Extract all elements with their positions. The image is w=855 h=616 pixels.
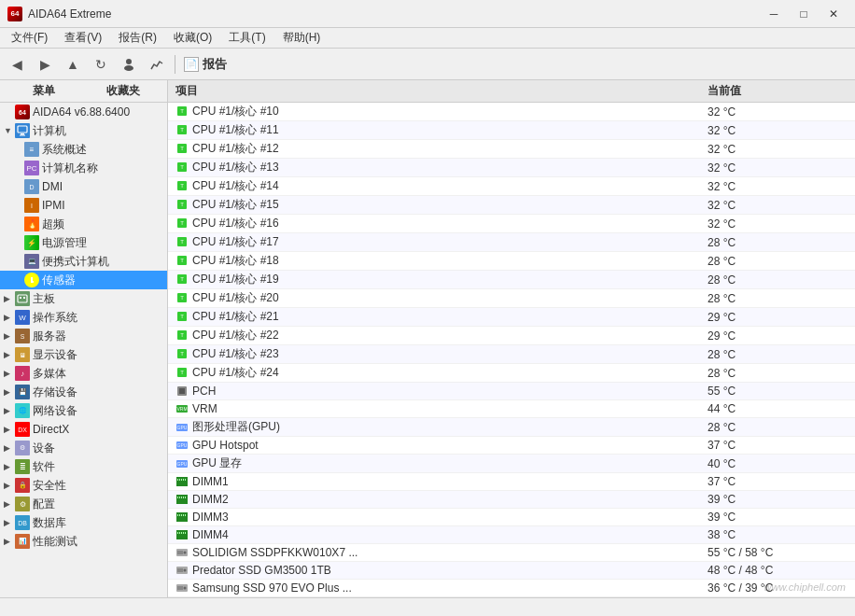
svg-rect-58: [183, 497, 184, 498]
table-row[interactable]: Predator SSD GM3500 1TB48 °C / 48 °C: [168, 562, 855, 580]
user-button[interactable]: [116, 51, 142, 77]
sidebar-item-device[interactable]: ▶ ⚙ 设备: [0, 439, 167, 457]
sidebar-item-display[interactable]: ▶ 🖥 显示设备: [0, 345, 167, 364]
sidebar-item-media[interactable]: ▶ ♪ 多媒体: [0, 364, 167, 383]
table-row[interactable]: TCPU #1/核心 #1432 °C: [168, 177, 855, 196]
back-button[interactable]: ◀: [4, 51, 30, 77]
sidebar-item-sysoverview[interactable]: ≡ 系统概述: [0, 140, 167, 159]
ipmi-icon: I: [24, 198, 39, 213]
table-row[interactable]: TCPU #1/核心 #1032 °C: [168, 103, 855, 121]
refresh-button[interactable]: ↻: [88, 51, 114, 77]
menu-item-查看(V)[interactable]: 查看(V): [57, 28, 109, 48]
chart-button[interactable]: [144, 51, 170, 77]
table-row[interactable]: TCPU #1/核心 #1828 °C: [168, 252, 855, 271]
table-row[interactable]: TCPU #1/核心 #2428 °C: [168, 364, 855, 383]
table-row[interactable]: TCPU #1/核心 #2129 °C: [168, 308, 855, 327]
table-row[interactable]: TCPU #1/核心 #1928 °C: [168, 271, 855, 289]
sidebar-item-computer[interactable]: ▼ 计算机: [0, 121, 167, 140]
table-row[interactable]: SOLIDIGM SSDPFKKW010X7 ...55 °C / 58 °C: [168, 544, 855, 562]
row-name: CPU #1/核心 #22: [192, 328, 708, 343]
temp-icon: T: [175, 236, 189, 249]
table-row[interactable]: TCPU #1/核心 #2328 °C: [168, 345, 855, 364]
name-icon: PC: [24, 161, 39, 175]
sidebar-item-server[interactable]: ▶ S 服务器: [0, 327, 167, 345]
gpu-icon: GPU: [175, 439, 189, 452]
up-button[interactable]: ▲: [60, 51, 86, 77]
table-row[interactable]: TCPU #1/核心 #1332 °C: [168, 159, 855, 177]
table-row[interactable]: GPUGPU Hotspot37 °C: [168, 437, 855, 455]
table-row[interactable]: GPU图形处理器(GPU)28 °C: [168, 418, 855, 437]
table-row[interactable]: DIMM137 °C: [168, 473, 855, 491]
row-name: Predator SSD GM3500 1TB: [192, 564, 708, 577]
sidebar-item-oc[interactable]: 🔥 超频: [0, 215, 167, 233]
table-row[interactable]: Samsung SSD 970 EVO Plus ...36 °C / 39 °…: [168, 580, 855, 597]
gpu-icon: GPU: [175, 457, 189, 470]
menu-item-收藏(O)[interactable]: 收藏(O): [166, 28, 219, 48]
table-row[interactable]: DIMM339 °C: [168, 509, 855, 526]
menu-item-报告(R)[interactable]: 报告(R): [111, 28, 164, 48]
directx-icon: DX: [15, 422, 30, 437]
sidebar-item-label: 主板: [33, 291, 55, 307]
row-value: 44 °C: [708, 402, 848, 415]
sidebar-item-directx[interactable]: ▶ DX DirectX: [0, 420, 167, 439]
menu-item-工具(T)[interactable]: 工具(T): [221, 28, 273, 48]
table-row[interactable]: TCPU #1/核心 #1532 °C: [168, 196, 855, 215]
sidebar-item-config[interactable]: ▶ ⚙ 配置: [0, 495, 167, 513]
table-row[interactable]: PCH55 °C: [168, 383, 855, 400]
minimize-button[interactable]: ─: [760, 5, 788, 23]
sidebar-item-perf[interactable]: ▶ 📊 性能测试: [0, 532, 167, 551]
svg-rect-60: [176, 512, 188, 522]
sidebar-item-portable[interactable]: 💻 便携式计算机: [0, 252, 167, 271]
svg-rect-73: [177, 551, 183, 554]
svg-rect-57: [181, 497, 182, 498]
svg-rect-6: [20, 297, 21, 299]
sidebar-item-security[interactable]: ▶ 🔒 安全性: [0, 476, 167, 495]
sidebar-item-storage[interactable]: ▶ 💾 存储设备: [0, 383, 167, 401]
sidebar-item-dmi[interactable]: D DMI: [0, 177, 167, 196]
maximize-button[interactable]: □: [790, 5, 818, 23]
row-value: 40 °C: [708, 457, 848, 470]
table-row[interactable]: VRMVRM44 °C: [168, 400, 855, 418]
table-row[interactable]: TCPU #1/核心 #1632 °C: [168, 215, 855, 233]
sidebar-item-db[interactable]: ▶ DB 数据库: [0, 513, 167, 532]
svg-text:T: T: [180, 276, 184, 282]
table-row[interactable]: DIMM239 °C: [168, 491, 855, 509]
close-button[interactable]: ✕: [820, 5, 848, 23]
table-row[interactable]: TCPU #1/核心 #1232 °C: [168, 140, 855, 159]
server-icon: S: [15, 329, 30, 343]
sys-icon: ≡: [24, 142, 39, 157]
sidebar-item-label: 数据库: [33, 515, 66, 531]
svg-text:T: T: [180, 258, 184, 263]
table-row[interactable]: TCPU #1/核心 #2028 °C: [168, 289, 855, 308]
sidebar-item-ipmi[interactable]: I IPMI: [0, 196, 167, 215]
sidebar-item-os[interactable]: ▶ W 操作系统: [0, 308, 167, 327]
sidebar-item-aida[interactable]: 64 AIDA64 v6.88.6400: [0, 103, 167, 121]
menu-item-帮助(H)[interactable]: 帮助(H): [275, 28, 329, 48]
sidebar-item-sensor[interactable]: 🌡 传感器: [0, 271, 167, 289]
table-row[interactable]: GPUGPU 显存40 °C: [168, 455, 855, 473]
svg-rect-50: [179, 479, 180, 481]
table-row[interactable]: TCPU #1/核心 #1132 °C: [168, 121, 855, 140]
expand-arrow: ▼: [4, 126, 15, 135]
temp-icon: T: [175, 124, 189, 137]
row-name: CPU #1/核心 #15: [192, 197, 708, 213]
table-row[interactable]: TCPU #1/核心 #1728 °C: [168, 233, 855, 252]
expand-arrow: ▶: [4, 331, 15, 341]
sidebar-item-network[interactable]: ▶ 🌐 网络设备: [0, 401, 167, 420]
title-bar: 64 AIDA64 Extreme ─ □ ✕: [0, 0, 855, 28]
sidebar-item-board[interactable]: ▶ 主板: [0, 289, 167, 308]
perf-icon: 📊: [15, 534, 30, 549]
menu-item-文件(F)[interactable]: 文件(F): [4, 28, 55, 48]
row-name: SOLIDIGM SSDPFKKW010X7 ...: [192, 546, 708, 559]
forward-button[interactable]: ▶: [32, 51, 58, 77]
sidebar-item-software[interactable]: ▶ ≣ 软件: [0, 457, 167, 476]
media-icon: ♪: [15, 366, 30, 381]
dimm-icon: [175, 493, 189, 506]
row-value: 28 °C: [708, 236, 848, 249]
sidebar-item-compname[interactable]: PC 计算机名称: [0, 159, 167, 177]
table-row[interactable]: DIMM438 °C: [168, 526, 855, 544]
sidebar-item-power[interactable]: ⚡ 电源管理: [0, 233, 167, 252]
table-row[interactable]: TCPU #1/核心 #2229 °C: [168, 327, 855, 345]
sidebar-col1: 菜单: [4, 83, 84, 99]
svg-rect-68: [179, 532, 180, 534]
